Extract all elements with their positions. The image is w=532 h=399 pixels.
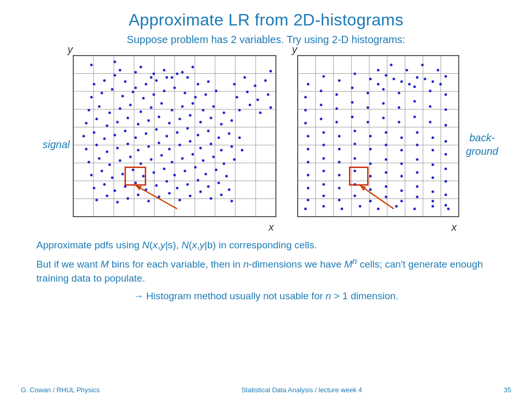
background-x-axis-label: x (451, 221, 459, 233)
footer-right: 35 (504, 386, 511, 394)
background-y-axis-label: y (292, 44, 297, 56)
footer: G. Cowan / RHUL Physics Statistical Data… (0, 386, 532, 394)
text-line2: But if we want M bins for each variable,… (36, 256, 496, 286)
slide-subtitle: Suppose problem has 2 variables. Try usi… (21, 34, 511, 46)
background-chart-container: back-ground y x (297, 55, 459, 233)
footer-center: Statistical Data Analysis / lecture week… (241, 386, 362, 394)
slide-title: Approximate LR from 2D-histograms (21, 10, 511, 30)
text-line1: Approximate pdfs using N(x,y|s), N(x,y|b… (36, 238, 496, 252)
signal-label: signal (43, 138, 70, 150)
background-label: back-ground (466, 131, 498, 158)
signal-y-axis-label: y (68, 44, 73, 56)
background-chart-wrapper: y (297, 55, 459, 219)
background-canvas (297, 55, 459, 217)
signal-chart-container: signal y x (73, 55, 276, 233)
charts-row: signal y x back-ground y x (21, 55, 511, 233)
footer-left: G. Cowan / RHUL Physics (21, 386, 100, 394)
bottom-text: Approximate pdfs using N(x,y|s), N(x,y|b… (21, 238, 511, 303)
text-line3: → Histogram method usually not usable fo… (36, 289, 496, 303)
signal-canvas (73, 55, 276, 217)
signal-x-axis-label: x (269, 221, 276, 233)
signal-chart-wrapper: y (73, 55, 276, 219)
